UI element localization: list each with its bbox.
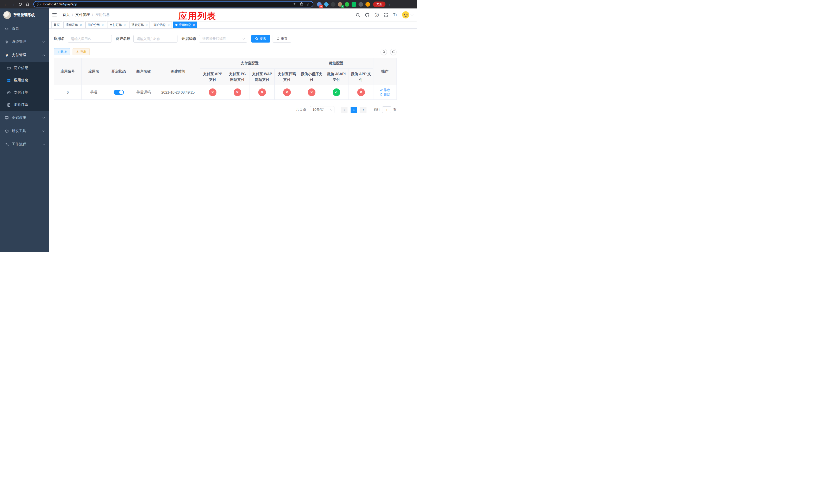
forward-button[interactable]: →	[10, 1, 16, 8]
close-icon[interactable]: ×	[124, 23, 126, 27]
page-size-select[interactable]: 10条/页	[310, 106, 334, 113]
close-icon[interactable]: ×	[168, 23, 170, 27]
browser-extension-icon[interactable]: 10	[317, 2, 322, 7]
site-info-icon[interactable]: i	[37, 3, 41, 6]
close-icon[interactable]: ×	[102, 23, 104, 27]
update-button[interactable]: 更新	[373, 2, 386, 7]
tab-merchant-info[interactable]: 商户信息×	[151, 22, 172, 28]
goto-page-input[interactable]	[382, 107, 391, 113]
channel-status-cell: ×	[275, 85, 299, 100]
tab-label: 商户信息	[153, 23, 166, 27]
infra-icon	[5, 116, 9, 120]
breadcrumb-home[interactable]: 首页	[63, 13, 70, 17]
close-icon[interactable]: ×	[80, 23, 82, 27]
disabled-cross-icon: ×	[283, 88, 291, 96]
browser-extension-icon[interactable]	[345, 2, 349, 7]
pagination: 共 1 条 10条/页 ‹ 1 › 前往 页	[54, 106, 396, 113]
disabled-cross-icon: ×	[209, 88, 216, 96]
tab-pay-order[interactable]: 支付订单×	[107, 22, 128, 28]
sidebar-item-infrastructure[interactable]: 基础设施	[0, 111, 49, 124]
main-area: 首页 / 支付管理 / 应用信息 应用列表 ? T	[49, 8, 417, 252]
next-page-button[interactable]: ›	[360, 107, 367, 113]
sidebar-item-pay-order[interactable]: 支付订单	[0, 86, 49, 99]
sidebar-item-system[interactable]: 系统管理	[0, 35, 49, 48]
close-icon[interactable]: ×	[193, 23, 195, 27]
fullscreen-icon[interactable]	[384, 13, 388, 17]
page-annotation: 应用列表	[178, 10, 216, 22]
font-size-icon[interactable]: TT	[393, 13, 397, 17]
export-button[interactable]: 导出	[72, 48, 90, 55]
status-select[interactable]: 请选择开启状态	[199, 35, 247, 43]
col-header-channel: 微信小程序支付	[299, 69, 324, 85]
bookmark-star-icon[interactable]: ☆	[306, 3, 310, 6]
user-menu[interactable]	[402, 11, 413, 19]
browser-extension-icon[interactable]	[358, 2, 363, 7]
col-group-wechat: 微信配置	[299, 58, 373, 69]
page-unit-label: 页	[393, 108, 396, 112]
close-icon[interactable]: ×	[146, 23, 148, 27]
sidebar-item-app-info[interactable]: 应用信息	[0, 74, 49, 86]
home-button[interactable]	[24, 1, 31, 8]
help-icon[interactable]: ?	[374, 13, 379, 17]
status-select-placeholder: 请选择开启状态	[202, 37, 226, 41]
sidebar-item-workflow[interactable]: 工作流程	[0, 138, 49, 151]
tab-flow-form[interactable]: 流程表单×	[63, 22, 84, 28]
sidebar-toggle-button[interactable]	[52, 11, 60, 19]
search-button[interactable]: 搜索	[251, 35, 270, 43]
search-icon[interactable]	[356, 13, 360, 17]
password-key-icon[interactable]	[293, 2, 297, 7]
gear-icon	[5, 40, 9, 44]
share-icon[interactable]	[300, 2, 303, 7]
edit-link[interactable]: 修改	[380, 88, 390, 92]
yen-icon: ¥	[5, 53, 9, 58]
chevron-down-icon	[43, 142, 45, 145]
add-button[interactable]: + 新增	[54, 48, 70, 55]
sidebar-item-label: 支付订单	[14, 90, 28, 95]
url-bar[interactable]: i localhost:1024/pay/app ☆	[33, 1, 313, 7]
back-button[interactable]: ←	[3, 1, 9, 8]
table-toolbar: + 新增 导出	[54, 48, 396, 55]
sidebar-item-dev-tools[interactable]: 研发工具	[0, 124, 49, 138]
browser-extension-icon[interactable]	[331, 2, 335, 7]
order-icon	[7, 91, 11, 95]
status-toggle[interactable]	[114, 90, 124, 95]
breadcrumb-current: 应用信息	[95, 13, 110, 17]
browser-extension-icon[interactable]	[366, 2, 370, 7]
tab-user-group[interactable]: 用户分组×	[85, 22, 106, 28]
col-header-status: 开启状态	[106, 58, 131, 85]
col-header-channel: 微信 APP 支付	[349, 69, 373, 85]
merchant-name-input[interactable]	[133, 35, 177, 43]
prev-page-button[interactable]: ‹	[341, 107, 348, 113]
sidebar-item-label: 支付管理	[12, 53, 26, 58]
disabled-cross-icon: ×	[308, 88, 315, 96]
col-header-created: 创建时间	[156, 58, 200, 85]
browser-menu-button[interactable]: ⋮	[388, 2, 392, 7]
browser-extension-icon[interactable]	[324, 2, 329, 7]
browser-extension-icon[interactable]	[352, 2, 356, 7]
tab-label: 退款订单	[132, 23, 144, 27]
page-number-current[interactable]: 1	[351, 107, 357, 113]
sidebar-item-merchant-info[interactable]: 商户信息	[0, 62, 49, 74]
reload-button[interactable]	[17, 1, 24, 8]
refresh-button[interactable]	[390, 49, 396, 55]
refund-doc-icon	[7, 103, 11, 107]
dashboard-icon	[5, 27, 9, 30]
tab-home[interactable]: 首页	[51, 22, 62, 28]
tab-refund-order[interactable]: 退款订单×	[129, 22, 150, 28]
sidebar-item-refund-order[interactable]: 退款订单	[0, 99, 49, 111]
app-name-input[interactable]	[68, 35, 112, 43]
tab-app-info[interactable]: 应用信息×	[173, 22, 197, 28]
sidebar-item-home[interactable]: 首页	[0, 22, 49, 35]
breadcrumb-separator: /	[92, 13, 93, 17]
sidebar-item-payment[interactable]: ¥支付管理	[0, 48, 49, 62]
browser-extension-icon[interactable]: 1	[338, 2, 343, 7]
app-logo[interactable]: 芋道管理系统	[0, 8, 49, 22]
github-icon[interactable]	[365, 13, 370, 17]
channel-status-cell: ✓	[324, 85, 349, 100]
breadcrumb: 首页 / 支付管理 / 应用信息	[63, 13, 110, 17]
reset-button[interactable]: 重置	[272, 35, 291, 43]
show-search-toggle-button[interactable]	[380, 49, 387, 55]
delete-link[interactable]: 删除	[380, 92, 390, 97]
browser-toolbar: ← → i localhost:1024/pay/app ☆ 101 更新 ⋮	[0, 0, 417, 8]
breadcrumb-payment[interactable]: 支付管理	[75, 13, 90, 17]
